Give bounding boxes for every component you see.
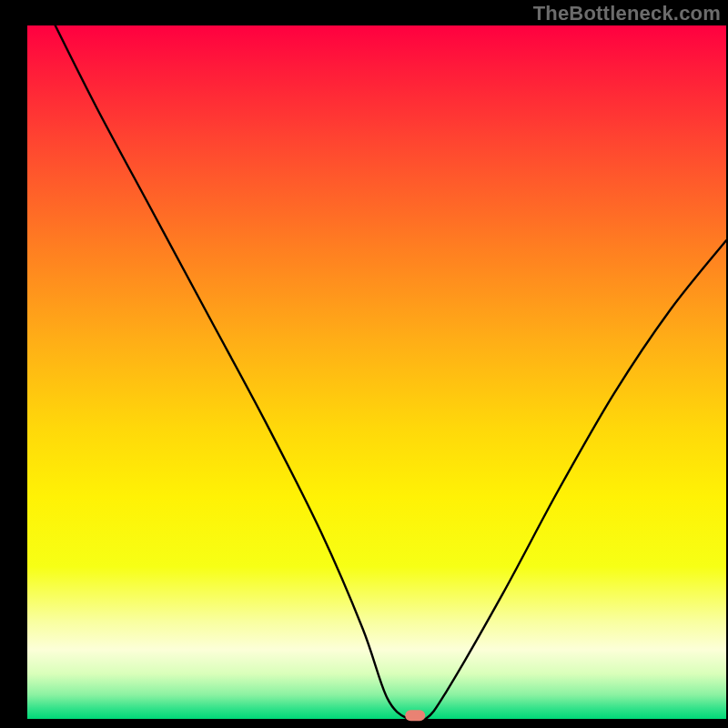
optimal-marker (405, 710, 425, 721)
plot-background (27, 25, 726, 719)
bottleneck-chart (0, 0, 728, 728)
chart-frame: TheBottleneck.com (0, 0, 728, 728)
watermark-text: TheBottleneck.com (533, 2, 721, 25)
